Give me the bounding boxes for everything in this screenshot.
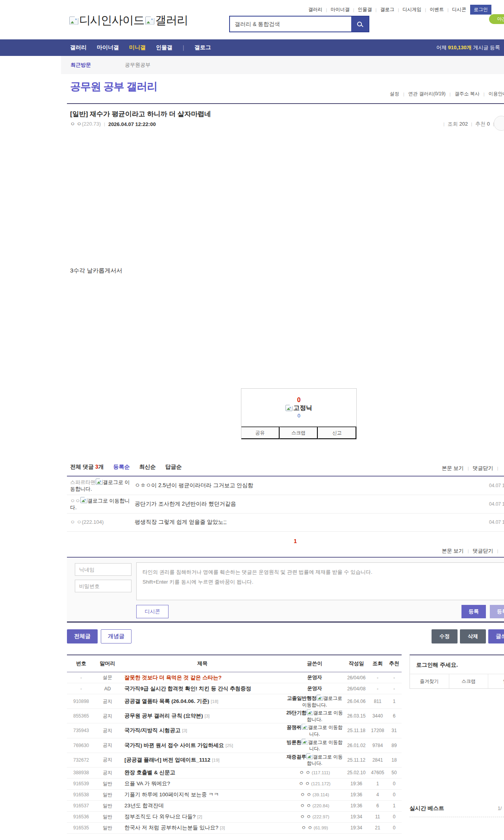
post-author[interactable]: 운영자 — [285, 685, 344, 692]
post-link[interactable]: 한국사 저 처럼 공부하시는분들 있나요?[3] — [120, 824, 285, 831]
post-recommends: 50 — [387, 770, 402, 775]
logo-dcinside[interactable]: 디시인사이드 — [69, 13, 144, 28]
post-author[interactable]: ㅇ ㅇ (121.172) — [285, 781, 344, 787]
sidebar-tab-2[interactable]: 스크랩 — [449, 674, 488, 688]
post-views: 1 — [369, 781, 387, 786]
upvote-count[interactable]: 0 — [297, 397, 301, 404]
post-link[interactable]: 완장 호출벨 & 신문고 — [120, 769, 285, 776]
gallery-header-link-1[interactable]: 설정 — [390, 91, 399, 97]
post-author[interactable]: ㅇ ㅇ (222.97) — [285, 814, 344, 820]
post-link[interactable]: 요플 VA 가 뭐에요? — [120, 780, 285, 787]
write-button[interactable]: 글쓰기 — [488, 629, 504, 643]
scrap-button[interactable]: 스크랩 — [280, 426, 318, 439]
comments-footer-links: 본문 보기 | 댓글닫기 | — [442, 547, 498, 554]
topbar-link-3[interactable]: 인물갤 — [358, 6, 372, 13]
sidebar-tab-3[interactable]: 알림 — [488, 674, 504, 688]
post-list-rows: - 설문 잘못한 것보다 더 욕먹은 것 같은 스타는? 운영자 26/04/0… — [67, 672, 402, 834]
comment-submit-secondary-button[interactable]: 등록 — [490, 605, 504, 618]
downvote-count[interactable]: 0 — [297, 413, 300, 419]
site-logo[interactable]: 디시인사이드 갤러리 — [69, 13, 188, 28]
password-field[interactable] — [75, 580, 132, 592]
topbar-link-1[interactable]: 갤러리 — [308, 6, 322, 13]
post-author[interactable]: ㅇ ㅇ(220.73) — [70, 121, 101, 128]
post-author[interactable]: 빙륜환갤로그로 이동합니다. — [285, 739, 344, 752]
post-views: 11 — [369, 814, 387, 820]
night-mode-toggle[interactable]: 야간 모드 — [489, 14, 504, 24]
sort-tab-3[interactable]: 답글순 — [165, 464, 182, 471]
post-link[interactable]: 국가직) 바뀐 원서 접수 사이트 가입하세요[25] — [120, 742, 285, 749]
view-post-link[interactable]: 본문 보기 — [442, 465, 464, 472]
gallery-header-link-3[interactable]: 갤주소 복사 — [454, 91, 479, 97]
gnb-item-4[interactable]: 인물갤 — [156, 44, 172, 51]
breadcrumb-gallery[interactable]: 공무원공부 — [125, 61, 150, 69]
post-link[interactable]: 기풀기 하루에 100페이지씩 보는중 ㅋㅋ — [120, 791, 285, 798]
post-link[interactable]: 잘못한 것보다 더 욕먹은 것 같은 스타는? — [120, 674, 285, 681]
post-number: 735943 — [67, 728, 95, 733]
sidebar-login-box: 로그인해 주세요. 즐겨찾기스크랩알림 — [410, 655, 504, 689]
sidebar-tab-1[interactable]: 즐겨찾기 — [410, 674, 449, 688]
delete-button[interactable]: 삭제 — [460, 629, 486, 643]
search-button[interactable] — [351, 17, 369, 32]
sort-tab-2[interactable]: 최신순 — [139, 464, 156, 471]
post-link[interactable]: 공무원 공부 갤러리 규칙 (요약본)[3] — [120, 712, 285, 719]
dccon-button[interactable]: 디시콘 — [136, 605, 169, 618]
edit-button[interactable]: 수정 — [432, 629, 458, 643]
gnb-item-3[interactable]: 미니갤 — [129, 44, 146, 51]
post-link[interactable]: 공공갤 열품타 목록 (26.04.06. 기준)[18] — [120, 698, 285, 705]
realtime-best-title: 실시간 베스트 — [410, 805, 444, 812]
post-link[interactable]: 국가직/지방직 시험공고[3] — [120, 727, 285, 734]
broken-image-icon — [302, 724, 308, 730]
report-button[interactable]: 신고 — [318, 426, 356, 439]
list-button-row: 전체글 개념글 수정 삭제 글쓰기 — [67, 629, 504, 643]
topbar-link-4[interactable]: 갤로그 — [380, 6, 394, 13]
comment-author[interactable]: ㅇ ㅇ(222.104) — [70, 519, 132, 526]
topbar-link-5[interactable]: 디시게임 — [402, 6, 421, 13]
post-author[interactable]: 꿀잼쥐갤로그로 이동합니다. — [285, 724, 344, 737]
post-link[interactable]: [공공갤 플래너] 버전 업데이트_1112[19] — [120, 757, 285, 764]
page-number[interactable]: 1 — [294, 538, 297, 544]
gallery-header-link-4[interactable]: 이용안내 — [489, 91, 504, 97]
post-link[interactable]: 정부조직도 다 외우나요 다들?[2] — [120, 813, 285, 820]
post-author[interactable]: 25단기합갤로그로 이동합니다. — [285, 709, 344, 723]
post-author[interactable]: ㅇ ㅇ (39.114) — [285, 792, 344, 798]
share-button[interactable]: 공유 — [241, 426, 280, 439]
recent-visit-label[interactable]: 최근방문 — [70, 61, 91, 69]
divider: | — [376, 7, 377, 12]
post-author[interactable]: ㅇ ㅇ (61.99) — [285, 825, 344, 831]
post-link[interactable]: 23년도 합격잔데 — [120, 802, 285, 809]
gnb-item-5[interactable]: 갤로그 — [195, 44, 211, 51]
related-posts-circle-button[interactable] — [494, 116, 504, 131]
nickname-field[interactable] — [75, 563, 132, 576]
table-row: 855365 공지 공무원 공부 갤러리 규칙 (요약본)[3] 25단기합갤로… — [67, 709, 402, 723]
comment-submit-button[interactable]: 등록 — [461, 605, 486, 618]
close-comments-link[interactable]: 댓글닫기 — [472, 547, 493, 554]
topbar-link-6[interactable]: 이벤트 — [430, 6, 444, 13]
topbar-link-2[interactable]: 마이너갤 — [331, 6, 350, 13]
gnb-item-2[interactable]: 마이너갤 — [97, 44, 119, 51]
realtime-best-pager[interactable]: 1/ — [498, 806, 502, 811]
post-link[interactable]: 국가직9급 실시간 합격컷 확인! 치킨 등 간식 추첨증정 — [120, 685, 285, 692]
sort-tab-1[interactable]: 등록순 — [113, 464, 130, 471]
post-author[interactable]: ㅇ ㅇ (117.111) — [285, 770, 344, 776]
logo-gallery[interactable]: 갤러리 — [145, 13, 188, 28]
gallery-title[interactable]: 공무원 공부 갤러리 — [70, 80, 157, 94]
comment-count: [25] — [226, 743, 233, 748]
comment-author[interactable]: ㅇㅇ갤로그로 이동합니다. — [70, 497, 132, 511]
topbar-link-7[interactable]: 디시콘 — [452, 6, 466, 13]
gnb-item-1[interactable]: 갤러리 — [70, 44, 87, 51]
view-post-link[interactable]: 본문 보기 — [442, 547, 464, 554]
post-author[interactable]: 재증걸루갤로그로 이동합니다. — [285, 753, 344, 767]
gallery-header-link-2[interactable]: 연관 갤러리(0/19) — [408, 91, 446, 97]
comment-author[interactable]: 스파르타맨갤로그로 이동합니다. — [70, 478, 132, 493]
search-box — [229, 16, 369, 32]
post-author[interactable]: 운영자 — [285, 674, 344, 681]
search-input[interactable] — [230, 17, 351, 32]
post-author[interactable]: 고졸일반행정갤로그로 이동합니다. — [285, 695, 344, 708]
login-button[interactable]: 로그인 — [470, 5, 491, 15]
vote-main: 0 고정닉 0 — [241, 389, 356, 426]
comment-textarea[interactable] — [136, 562, 504, 600]
post-author[interactable]: ㅇ ㅇ (220.84) — [285, 803, 344, 809]
all-posts-button[interactable]: 전체글 — [67, 629, 98, 643]
close-comments-link[interactable]: 댓글닫기 — [472, 465, 493, 472]
concept-posts-button[interactable]: 개념글 — [101, 629, 132, 643]
